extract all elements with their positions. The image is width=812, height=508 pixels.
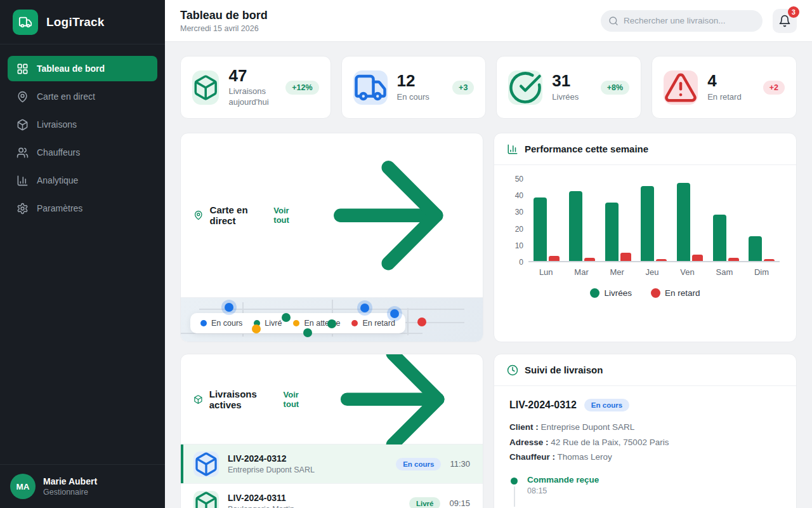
search-input[interactable]: [601, 10, 763, 32]
chart-legend-item: Livrées: [590, 288, 632, 298]
map-marker-en-cours[interactable]: [390, 309, 399, 318]
tracking-title: Suivi de livraison: [525, 364, 603, 375]
delivery-status-badge: Livré: [409, 497, 441, 508]
notifications-button[interactable]: 3: [773, 9, 797, 33]
avatar: MA: [10, 474, 36, 499]
sidebar-item-param-tres[interactable]: Paramètres: [8, 196, 157, 221]
package-icon: [193, 394, 203, 405]
bar-group-dim: [749, 236, 775, 261]
stat-trend-badge: +8%: [601, 81, 629, 95]
delivery-code: LIV-2024-0311: [228, 493, 294, 503]
map-view-all-link[interactable]: Voir tout: [273, 133, 470, 297]
user-profile[interactable]: MA Marie Aubert Gestionnaire: [0, 464, 165, 508]
chart-y-axis: 50403020100: [511, 179, 528, 262]
performance-title: Performance cette semaine: [525, 144, 648, 154]
bar-en-retard: [764, 259, 775, 261]
chart-legend: LivréesEn retard: [511, 288, 780, 298]
delivery-code: LIV-2024-0312: [228, 453, 315, 464]
delivery-row-liv-2024-0311[interactable]: LIV-2024-0311 Boulangerie Martin Livré 0…: [181, 484, 483, 508]
bar-group-mar: [569, 191, 595, 261]
stat-label: Livrées: [552, 92, 579, 103]
bar-chart-icon: [16, 175, 29, 187]
delivery-client: Boulangerie Martin: [228, 505, 294, 508]
active-deliveries-title: Livraisons actives: [209, 389, 277, 410]
bar-group-lun: [534, 197, 560, 261]
map-pin-icon: [193, 210, 204, 221]
gear-icon: [16, 203, 29, 215]
package-icon: [193, 451, 219, 477]
map-marker-livré[interactable]: [282, 313, 291, 322]
stats-row: 47 Livraisons aujourd'hui +12% 12 En cou…: [180, 56, 797, 119]
x-tick-label: Sam: [716, 267, 733, 277]
check-circle-icon: [508, 70, 542, 105]
sidebar-item-analytique[interactable]: Analytique: [8, 168, 157, 193]
brand-name: LogiTrack: [46, 15, 105, 29]
timeline-step-time: 08:15: [527, 486, 599, 507]
user-role: Gestionnaire: [43, 488, 97, 497]
live-map[interactable]: En coursLivréEn attenteEn retard: [181, 298, 483, 342]
truck-icon: [353, 70, 388, 105]
stat-trend-badge: +2: [763, 81, 785, 95]
sidebar-item-chauffeurs[interactable]: Chauffeurs: [8, 140, 157, 165]
bar-livrees: [569, 191, 582, 261]
delivery-status-badge: En cours: [396, 458, 441, 471]
map-pin-icon: [16, 91, 29, 103]
map-marker-en-cours[interactable]: [360, 304, 369, 312]
x-tick-label: Jeu: [646, 267, 659, 277]
page-date: Mercredi 15 avril 2026: [180, 24, 268, 33]
performance-panel: Performance cette semaine 50403020100 Lu…: [494, 133, 797, 342]
map-marker-en-cours[interactable]: [225, 303, 233, 312]
map-marker-en-attente[interactable]: [252, 324, 261, 333]
map-legend-item: En retard: [351, 319, 395, 328]
sidebar-item-tableau-de-bord[interactable]: Tableau de bord: [8, 56, 157, 81]
nav-label: Tableau de bord: [37, 64, 105, 74]
map-marker-livré[interactable]: [327, 319, 336, 328]
legend-dot: [351, 320, 358, 326]
map-panel-title: Carte en direct: [210, 204, 268, 226]
tracking-detail-client: Client : Entreprise Dupont SARL: [509, 420, 781, 435]
sidebar: LogiTrack Tableau de bord Carte en direc…: [0, 0, 165, 508]
notification-badge: 3: [788, 6, 799, 18]
y-tick-label: 30: [515, 208, 523, 217]
stat-card: 47 Livraisons aujourd'hui +12%: [180, 56, 331, 119]
arrow-right-icon: [306, 133, 470, 297]
chart-x-labels: LunMarMerJeuVenSamDim: [528, 267, 780, 277]
bar-livrees: [641, 186, 654, 261]
nav-label: Carte en direct: [37, 91, 95, 102]
weekly-bar-chart: 50403020100 LunMarMerJeuVenSamDim Livrée…: [494, 165, 796, 342]
tracking-timeline: Commande reçue 08:15 Préparation 09:30: [509, 475, 781, 508]
map-legend: En coursLivréEn attenteEn retard: [190, 313, 405, 333]
legend-dot: [590, 288, 599, 298]
map-marker-livré[interactable]: [303, 328, 312, 337]
users-icon: [16, 147, 29, 159]
stat-card: 12 En cours +3: [341, 56, 487, 119]
stat-card: 31 Livrées +8%: [496, 56, 641, 119]
search-icon: [608, 16, 619, 26]
dashboard-content: 47 Livraisons aujourd'hui +12% 12 En cou…: [165, 42, 812, 508]
map-road: [199, 309, 465, 310]
chart-legend-item: En retard: [651, 288, 700, 298]
topbar: Tableau de bord Mercredi 15 avril 2026 3: [165, 0, 812, 42]
y-tick-label: 10: [515, 241, 523, 250]
active-deliveries-panel: Livraisons actives Voir tout LIV-2024-03…: [180, 354, 483, 508]
tracking-status-badge: En cours: [584, 399, 629, 411]
y-tick-label: 40: [515, 191, 523, 200]
sidebar-item-livraisons[interactable]: Livraisons: [8, 112, 157, 137]
delivery-row-liv-2024-0312[interactable]: LIV-2024-0312 Entreprise Dupont SARL En …: [181, 444, 483, 484]
tracking-detail-adresse: Adresse : 42 Rue de la Paix, 75002 Paris: [509, 435, 781, 450]
bar-group-sam: [713, 215, 739, 261]
truck-logo-icon: [13, 10, 38, 35]
user-name: Marie Aubert: [43, 476, 97, 486]
stat-value: 4: [707, 72, 741, 90]
delivery-time: 11:30: [450, 459, 470, 469]
bar-group-ven: [677, 183, 703, 261]
sidebar-nav: Tableau de bord Carte en direct Livraiso…: [0, 44, 165, 232]
y-tick-label: 0: [519, 258, 523, 267]
sidebar-item-carte-en-direct[interactable]: Carte en direct: [8, 84, 157, 109]
map-marker-en-retard[interactable]: [417, 318, 426, 326]
bar-group-mer: [605, 203, 631, 261]
bar-en-retard: [728, 258, 739, 261]
timeline-dot: [511, 478, 518, 485]
x-tick-label: Mer: [610, 267, 624, 277]
bar-livrees: [713, 215, 726, 261]
